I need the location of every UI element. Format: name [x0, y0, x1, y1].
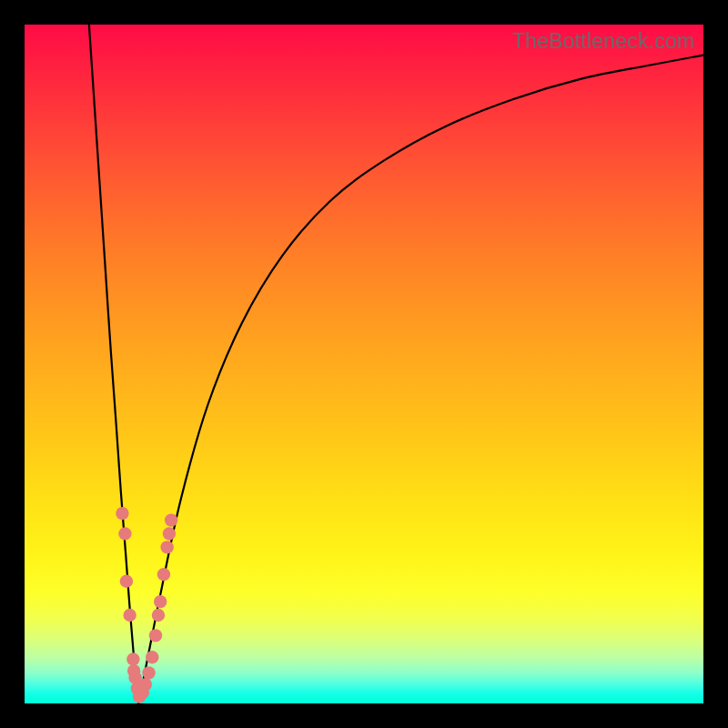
data-marker: [139, 678, 152, 691]
data-marker: [126, 652, 139, 665]
chart-frame: TheBottleneck.com: [0, 0, 728, 728]
data-marker: [146, 651, 158, 663]
data-marker: [118, 527, 131, 540]
data-marker: [149, 629, 162, 642]
data-markers: [116, 507, 177, 703]
data-marker: [152, 609, 165, 622]
data-marker: [157, 568, 170, 581]
watermark-text: TheBottleneck.com: [512, 29, 694, 54]
data-marker: [160, 541, 173, 553]
plot-area: TheBottleneck.com: [25, 25, 703, 703]
data-marker: [116, 507, 128, 520]
data-marker: [123, 609, 136, 622]
curves-layer: [25, 25, 703, 703]
data-marker: [165, 513, 177, 526]
data-marker: [154, 595, 167, 608]
data-marker: [163, 527, 176, 540]
data-marker: [142, 666, 155, 679]
curve-right-branch: [138, 56, 703, 703]
data-marker: [120, 575, 133, 588]
curve-left-branch: [89, 25, 138, 703]
